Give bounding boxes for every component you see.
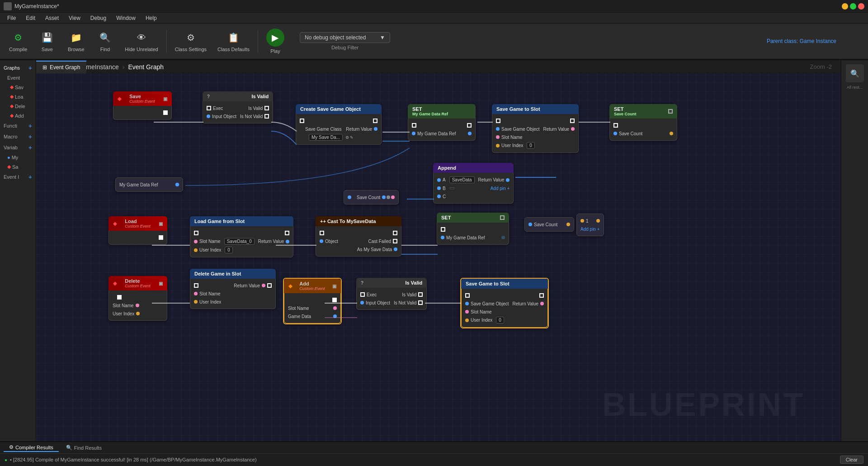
delete-event-collapse[interactable]: ▣ xyxy=(159,281,163,286)
num-add-pin[interactable]: Add pin + xyxy=(580,227,600,232)
right-panel-search-btn[interactable]: 🔍 xyxy=(846,64,864,82)
set-load-ref: My Game Data Ref xyxy=(437,233,509,242)
set-my-game-data-node[interactable]: SET My Game Data Ref My Game Data Ref xyxy=(408,104,476,141)
sidebar-save[interactable]: ◆ Sav xyxy=(2,82,34,92)
save-count-var-pins: Save Count xyxy=(344,193,398,201)
save-count-var-node[interactable]: Save Count xyxy=(344,190,399,204)
load-from-slot-header: Load Game from Slot xyxy=(190,216,293,226)
menu-asset[interactable]: Asset xyxy=(41,14,63,22)
number-1-node[interactable]: 1 Add pin + xyxy=(576,214,604,236)
sidebar-event-i[interactable]: Event I + xyxy=(2,171,34,182)
tab-event-graph[interactable]: ⊞ Event Graph xyxy=(36,61,86,73)
event-i-add-btn[interactable]: + xyxy=(28,173,32,181)
hide-unrelated-button[interactable]: 👁 Hide Unrelated xyxy=(120,28,162,55)
close-button[interactable] xyxy=(858,3,864,10)
sidebar-event[interactable]: Event xyxy=(2,73,34,82)
cast-to-save-data-node[interactable]: ++ Cast To MySaveData Object Cast Failed… xyxy=(316,216,401,257)
save-to-slot-1-title: Save Game to Slot xyxy=(496,106,540,112)
append-add-pin[interactable]: Add pin + xyxy=(491,186,510,191)
add-event-collapse[interactable]: ▣ xyxy=(332,284,336,289)
load-game-from-slot-node[interactable]: Load Game from Slot Slot Name SaveData_0… xyxy=(190,216,293,257)
sidebar-load[interactable]: ◆ Loa xyxy=(2,92,34,101)
sidebar-sa[interactable]: ◆ Sa xyxy=(2,162,34,171)
is-valid-node-2[interactable]: ? Is Valid Exec Is Valid Input Object Is… xyxy=(356,278,427,310)
sidebar-macro[interactable]: Macro + xyxy=(2,131,34,142)
create-save-game-node[interactable]: Create Save Game Object Save Game Class … xyxy=(296,104,382,145)
title-bar: MyGameInstance* xyxy=(0,0,868,13)
browse-icon: 📁 xyxy=(69,30,83,45)
tab-bar: ☆ ◀ ▶ ⊞ MyGameInstance › Event Graph Zoo… xyxy=(36,61,841,73)
ue-icon xyxy=(4,2,12,10)
breadcrumb-sep: › xyxy=(123,63,125,71)
my-game-data-ref-var[interactable]: My Game Data Ref xyxy=(115,177,183,192)
add-event-title: Add xyxy=(299,281,325,286)
menu-window[interactable]: Window xyxy=(112,14,140,22)
debug-dropdown[interactable]: No debug object selected ▼ xyxy=(300,32,390,43)
hide-unrelated-icon: 👁 xyxy=(134,30,149,45)
find-results-tab[interactable]: 🔍 Find Results xyxy=(61,444,107,452)
save-game-to-slot-2-node[interactable]: Save Game to Slot Save Game Object Retur… xyxy=(460,278,549,328)
menu-file[interactable]: File xyxy=(3,14,20,22)
canvas-area[interactable]: ◆ Save Custom Event ▣ ? Is Valid Exec I xyxy=(36,73,841,441)
sidebar-variab[interactable]: Variab + xyxy=(2,142,34,153)
event-graph-tab[interactable]: ⊞ Event Graph xyxy=(36,61,86,73)
append-node[interactable]: Append A SaveData Return Value B Add pin… xyxy=(433,163,514,204)
graphs-add-btn[interactable]: + xyxy=(28,64,32,71)
delete-event-node[interactable]: ◆ Delete Custom Event ▣ Slot Name User I… xyxy=(108,276,167,321)
class-defaults-button[interactable]: 📋 Class Defaults xyxy=(213,28,254,55)
play-icon: ▶ xyxy=(266,29,284,47)
browse-button[interactable]: 📁 Browse xyxy=(62,28,90,55)
separator-2 xyxy=(258,30,258,52)
menu-debug[interactable]: Debug xyxy=(86,14,111,22)
load-event-node[interactable]: ◆ Load Custom Event ▣ xyxy=(108,216,167,245)
debug-dropdown-arrow: ▼ xyxy=(380,34,385,41)
save-to-slot-2-body: Save Game Object Return Value Slot Name … xyxy=(461,289,548,328)
variab-add-btn[interactable]: + xyxy=(28,144,32,151)
find-button[interactable]: 🔍 Find xyxy=(91,28,118,55)
bottom-panel: ⚙ Compiler Results 🔍 Find Results ● • [2… xyxy=(0,441,868,466)
minimize-button[interactable] xyxy=(842,3,848,10)
sidebar-my[interactable]: ● My xyxy=(2,153,34,162)
sidebar-delete[interactable]: ◆ Dele xyxy=(2,101,34,111)
save-event-collapse[interactable]: ▣ xyxy=(163,96,167,101)
is-valid-input-object: Input Object Is Not Valid xyxy=(203,112,273,120)
compile-button[interactable]: ⚙ Compile xyxy=(5,28,32,55)
append-a: A SaveData Return Value xyxy=(434,176,513,184)
my-game-data-ref-body: My Game Data Ref xyxy=(115,177,183,192)
load-event-collapse[interactable]: ▣ xyxy=(159,221,163,226)
add-event-node[interactable]: ◆ Add Custom Event ▣ Slot Name Game Data xyxy=(283,278,342,324)
menu-view[interactable]: View xyxy=(64,14,85,22)
append-body: A SaveData Return Value B Add pin + C xyxy=(433,173,514,204)
save-game-to-slot-1-node[interactable]: Save Game to Slot Save Game Object Retur… xyxy=(492,104,579,153)
cast-body: Object Cast Failed As My Save Data xyxy=(316,226,401,257)
breadcrumb-active: Event Graph xyxy=(128,63,164,71)
compiler-results-tab[interactable]: ⚙ Compiler Results xyxy=(4,443,59,452)
save-event-node[interactable]: ◆ Save Custom Event ▣ xyxy=(113,91,172,120)
functi-add-btn[interactable]: + xyxy=(28,122,32,129)
create-save-exec-in xyxy=(296,117,381,125)
delete-in-slot-node[interactable]: Delete Game in Slot Return Value Slot Na… xyxy=(190,269,276,309)
maximize-button[interactable] xyxy=(850,3,856,10)
clear-button[interactable]: Clear xyxy=(840,456,863,464)
save-to-slot-1-header: Save Game to Slot xyxy=(492,104,579,114)
sidebar-graphs[interactable]: Graphs + xyxy=(2,62,34,73)
sidebar-functi[interactable]: Functi + xyxy=(2,120,34,131)
add-event-game-data: Game Data xyxy=(284,312,340,320)
is-valid-node-1[interactable]: ? Is Valid Exec Is Valid Input Object Is… xyxy=(203,91,273,124)
menu-edit[interactable]: Edit xyxy=(21,14,40,22)
class-settings-button[interactable]: ⚙ Class Settings xyxy=(170,28,211,55)
set-load-node[interactable]: SET My Game Data Ref xyxy=(437,213,509,245)
macro-add-btn[interactable]: + xyxy=(28,133,32,140)
set-save-count-1-node[interactable]: SET Save Count Save Count xyxy=(609,104,677,141)
load-from-slot-body: Slot Name SaveData_0 Return Value User I… xyxy=(190,226,293,257)
delete-in-slot-name: Slot Name xyxy=(190,290,275,298)
is-valid-2-input: Input Object Is Not Valid xyxy=(357,299,426,307)
save-count-ref-2[interactable]: Save Count xyxy=(524,217,574,232)
load-event-title: Load xyxy=(125,219,151,224)
save-button[interactable]: 💾 Save xyxy=(33,28,61,55)
play-button[interactable]: ▶ Play xyxy=(262,26,289,57)
sidebar-add[interactable]: ◆ Add xyxy=(2,111,34,120)
append-b: B Add pin + xyxy=(434,184,513,192)
set-load-body: My Game Data Ref xyxy=(437,223,509,245)
menu-help[interactable]: Help xyxy=(141,14,161,22)
